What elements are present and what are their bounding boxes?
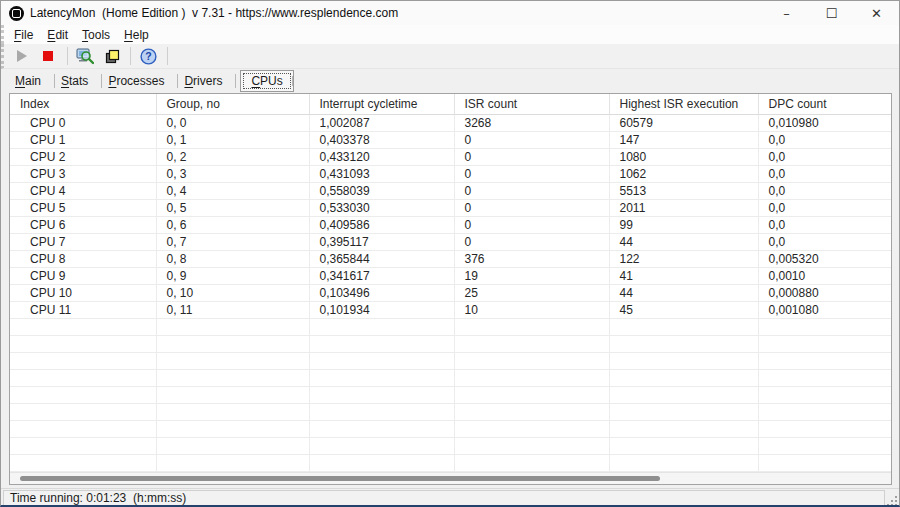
cell: 44 xyxy=(609,284,758,301)
cell: 0,533030 xyxy=(309,199,454,216)
column-header-row: IndexGroup, noInterrupt cycletimeISR cou… xyxy=(10,94,891,114)
cpu-row[interactable]: CPU 40, 40,558039055130,0 xyxy=(10,182,891,199)
cell: CPU 3 xyxy=(10,165,156,182)
tab-stats[interactable]: Stats xyxy=(55,69,102,93)
empty-row xyxy=(10,369,891,386)
column-header-highest-isr-execution[interactable]: Highest ISR execution xyxy=(609,94,758,114)
empty-cell xyxy=(309,437,454,454)
empty-cell xyxy=(10,386,156,403)
start-monitor-button[interactable] xyxy=(10,46,34,67)
cell: 2011 xyxy=(609,199,758,216)
cpu-row[interactable]: CPU 10, 10,40337801470,0 xyxy=(10,131,891,148)
empty-cell xyxy=(156,454,309,471)
empty-row xyxy=(10,403,891,420)
column-header-index[interactable]: Index xyxy=(10,94,156,114)
cpu-row[interactable]: CPU 90, 90,34161719410,0010 xyxy=(10,267,891,284)
empty-cell xyxy=(609,369,758,386)
horizontal-scrollbar-thumb[interactable] xyxy=(20,476,660,481)
menu-tools[interactable]: Tools xyxy=(76,26,118,44)
empty-cell xyxy=(758,454,891,471)
tab-cpus[interactable]: CPUs xyxy=(240,70,293,92)
cpu-row[interactable]: CPU 100, 100,10349625440,000880 xyxy=(10,284,891,301)
cell: CPU 6 xyxy=(10,216,156,233)
content-area: IndexGroup, noInterrupt cycletimeISR cou… xyxy=(1,93,899,488)
menu-file[interactable]: File xyxy=(8,26,41,44)
cell: 0,0 xyxy=(758,182,891,199)
cell: 0,365844 xyxy=(309,250,454,267)
cell: 0, 9 xyxy=(156,267,309,284)
cell: 0,010980 xyxy=(758,114,891,131)
column-header-interrupt-cycletime[interactable]: Interrupt cycletime xyxy=(309,94,454,114)
cell: CPU 7 xyxy=(10,233,156,250)
empty-cell xyxy=(10,335,156,352)
empty-cell xyxy=(156,318,309,335)
column-header-dpc-count[interactable]: DPC count xyxy=(758,94,891,114)
minimize-button[interactable]: – xyxy=(764,1,809,25)
cell: 0 xyxy=(454,148,609,165)
empty-cell xyxy=(609,437,758,454)
help-button[interactable]: ? xyxy=(136,46,160,67)
empty-cell xyxy=(10,437,156,454)
cpu-row[interactable]: CPU 00, 01,0020873268605790,010980 xyxy=(10,114,891,131)
cell: 0,101934 xyxy=(309,301,454,318)
cell: 44 xyxy=(609,233,758,250)
cpu-row[interactable]: CPU 110, 110,10193410450,001080 xyxy=(10,301,891,318)
cell: 1080 xyxy=(609,148,758,165)
menu-help[interactable]: Help xyxy=(118,26,157,44)
column-header-group-no[interactable]: Group, no xyxy=(156,94,309,114)
cell: 0 xyxy=(454,131,609,148)
cell: CPU 1 xyxy=(10,131,156,148)
cell: 0 xyxy=(454,216,609,233)
empty-cell xyxy=(454,420,609,437)
copy-report-button[interactable] xyxy=(99,46,123,67)
menu-edit[interactable]: Edit xyxy=(41,26,76,44)
empty-cell xyxy=(758,437,891,454)
cell: 122 xyxy=(609,250,758,267)
column-header-isr-count[interactable]: ISR count xyxy=(454,94,609,114)
cell: 1,002087 xyxy=(309,114,454,131)
cpu-grid: IndexGroup, noInterrupt cycletimeISR cou… xyxy=(10,94,891,472)
cell: 0,558039 xyxy=(309,182,454,199)
cell: 0 xyxy=(454,165,609,182)
empty-cell xyxy=(156,420,309,437)
empty-cell xyxy=(156,335,309,352)
cell: 0, 1 xyxy=(156,131,309,148)
horizontal-scrollbar[interactable] xyxy=(10,472,891,484)
empty-cell xyxy=(609,335,758,352)
cpu-row[interactable]: CPU 50, 50,533030020110,0 xyxy=(10,199,891,216)
tab-processes[interactable]: Processes xyxy=(102,69,178,93)
cpu-row[interactable]: CPU 80, 80,3658443761220,005320 xyxy=(10,250,891,267)
stop-icon xyxy=(43,51,53,61)
cell: 0, 7 xyxy=(156,233,309,250)
cell: 0,001080 xyxy=(758,301,891,318)
cell: 41 xyxy=(609,267,758,284)
cell: 0, 0 xyxy=(156,114,309,131)
cell: 0,005320 xyxy=(758,250,891,267)
cpu-row[interactable]: CPU 20, 20,433120010800,0 xyxy=(10,148,891,165)
analyze-button[interactable] xyxy=(73,46,97,67)
tab-drivers[interactable]: Drivers xyxy=(178,69,236,93)
cell: CPU 9 xyxy=(10,267,156,284)
resize-grip[interactable] xyxy=(887,496,897,506)
empty-cell xyxy=(10,369,156,386)
empty-cell xyxy=(609,454,758,471)
maximize-button[interactable]: ☐ xyxy=(809,1,854,25)
cpu-row[interactable]: CPU 60, 60,4095860990,0 xyxy=(10,216,891,233)
close-button[interactable]: ✕ xyxy=(854,1,899,25)
cpu-row[interactable]: CPU 30, 30,431093010620,0 xyxy=(10,165,891,182)
empty-cell xyxy=(758,352,891,369)
empty-cell xyxy=(10,318,156,335)
cell: 60579 xyxy=(609,114,758,131)
cell: 0,395117 xyxy=(309,233,454,250)
stop-monitor-button[interactable] xyxy=(36,46,60,67)
empty-cell xyxy=(758,369,891,386)
tab-main[interactable]: Main xyxy=(9,69,55,93)
cell: 10 xyxy=(454,301,609,318)
time-running-status: Time running: 0:01:23 (h:mm:ss) xyxy=(3,490,885,506)
cell: 147 xyxy=(609,131,758,148)
empty-cell xyxy=(454,335,609,352)
cell: 0,103496 xyxy=(309,284,454,301)
cell: 0, 8 xyxy=(156,250,309,267)
empty-cell xyxy=(758,386,891,403)
cpu-row[interactable]: CPU 70, 70,3951170440,0 xyxy=(10,233,891,250)
